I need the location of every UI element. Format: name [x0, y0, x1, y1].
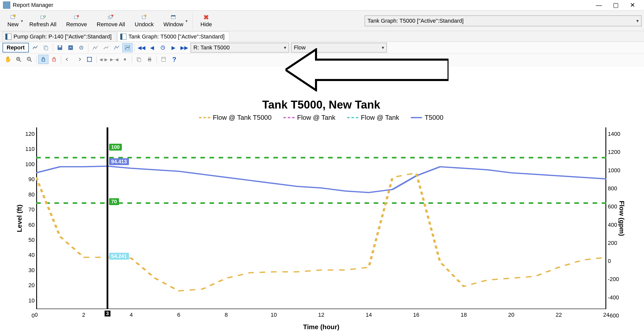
new-button[interactable]: New [3, 12, 23, 30]
y-right-tick: 400 [608, 222, 617, 228]
y-left-tick: 60 [29, 222, 35, 228]
y-left-tick: 90 [29, 176, 35, 183]
pan-icon[interactable]: ✋ [3, 55, 13, 64]
remove-button[interactable]: Remove [61, 12, 92, 30]
open-chart-icon[interactable] [65, 43, 76, 52]
zoom-out-icon[interactable] [24, 55, 34, 64]
cursor-flow-value: 54.241 [109, 253, 129, 260]
y-right-tick: 200 [608, 240, 617, 246]
help-icon[interactable]: ? [169, 55, 179, 64]
new-label: New [7, 21, 19, 28]
y-left-tick: 20 [29, 282, 35, 289]
y-left-tick: 30 [29, 267, 35, 274]
new-icon [9, 14, 17, 21]
lock-y-icon[interactable] [49, 55, 59, 64]
y-right-tick: 600 [608, 203, 617, 210]
nav-next-icon[interactable]: ▶ [168, 43, 179, 52]
refresh-icon [38, 14, 47, 21]
window-label: Window [163, 21, 183, 28]
fit-view-icon[interactable] [84, 55, 95, 64]
svg-rect-38 [162, 57, 166, 62]
chart-type-line-icon[interactable] [30, 43, 40, 52]
notes-icon[interactable] [159, 55, 169, 64]
chart-settings-icon[interactable] [76, 43, 86, 52]
nav-first-icon[interactable]: ◀◀ [136, 43, 147, 52]
tab-tank-graph[interactable]: Tank Graph: T5000 ["Active":Standard] [117, 32, 229, 42]
redo-view-icon[interactable] [74, 55, 84, 64]
svg-rect-30 [42, 59, 45, 61]
cursor-level-value: 94.413 [109, 158, 129, 165]
element-dropdown-value: R: Tank T5000 [193, 44, 230, 51]
svg-rect-17 [59, 46, 61, 47]
lock-x-icon[interactable] [38, 55, 48, 64]
legend-item-flow-tank-a[interactable]: Flow @ Tank [283, 114, 335, 122]
y-left-tick: 110 [25, 146, 35, 152]
hide-button[interactable]: ✖ Hide [195, 12, 217, 30]
copy-icon[interactable] [41, 43, 51, 52]
x-axis: 024681012141618202224 3 [36, 312, 606, 322]
property-dropdown[interactable]: Flow [291, 43, 387, 52]
element-dropdown[interactable]: R: Tank T5000 [191, 43, 289, 52]
report-button[interactable]: Report [3, 43, 29, 52]
svg-rect-34 [138, 58, 141, 62]
y-left-tick: 100 [25, 161, 35, 168]
y-axis-left-title: Level (ft) [16, 204, 23, 232]
legend-item-flow-t5000[interactable]: Flow @ Tank T5000 [199, 114, 272, 122]
copy-image-icon[interactable] [134, 55, 144, 64]
svg-rect-37 [149, 60, 150, 62]
save-chart-icon[interactable] [55, 43, 65, 52]
y-left-tick: 0 [32, 312, 35, 319]
x-tick: 10 [271, 312, 277, 318]
graph-tab-icon [120, 34, 126, 40]
y-right-tick: -200 [608, 276, 619, 283]
shrink-x-icon[interactable]: ◀··▶ [98, 55, 109, 64]
tab-pump-graph[interactable]: Pump Graph: P-140 ["Active":Standard] [3, 32, 116, 42]
y-right-tick: -400 [608, 294, 619, 301]
remove-all-label: Remove All [97, 21, 125, 28]
series-style-1-icon[interactable] [90, 43, 100, 52]
stop-icon[interactable]: ■ [120, 55, 130, 64]
graph-tab-icon [5, 34, 11, 40]
svg-line-24 [19, 60, 21, 62]
svg-rect-32 [87, 57, 92, 62]
undock-button[interactable]: Undock [130, 12, 159, 30]
minimize-button[interactable]: — [590, 0, 607, 10]
svg-rect-21 [125, 45, 130, 50]
x-tick: 6 [177, 312, 180, 318]
refresh-all-button[interactable]: Refresh All [24, 12, 61, 30]
cursor-band-lower: 70 [109, 198, 119, 205]
svg-rect-13 [171, 16, 176, 17]
x-tick: 2 [82, 312, 85, 318]
y-right-tick: 1400 [608, 131, 620, 137]
y-right-tick: 1000 [608, 167, 620, 174]
property-dropdown-value: Flow [294, 44, 306, 51]
svg-point-20 [81, 47, 82, 48]
legend-item-flow-tank-b[interactable]: Flow @ Tank [347, 114, 399, 122]
plot-canvas[interactable]: 100 94.413 70 54.241 [36, 127, 606, 309]
print-icon[interactable] [144, 55, 155, 64]
remove-all-button[interactable]: Remove All [92, 12, 130, 30]
window-button[interactable]: Window [159, 12, 188, 30]
series-style-3-icon[interactable] [112, 43, 122, 52]
nav-last-icon[interactable]: ▶▶ [179, 43, 189, 52]
y-right-tick: 800 [608, 185, 617, 192]
undo-view-icon[interactable] [63, 55, 73, 64]
hide-icon: ✖ [202, 14, 211, 21]
expand-x-icon[interactable]: ▶··◀ [109, 55, 119, 64]
svg-rect-11 [145, 15, 146, 17]
tab-pump-graph-label: Pump Graph: P-140 ["Active":Standard] [14, 33, 112, 40]
x-cursor-value: 3 [104, 311, 110, 316]
maximize-button[interactable]: ▢ [607, 0, 624, 10]
svg-rect-18 [69, 46, 73, 50]
close-button[interactable]: ✕ [624, 0, 641, 10]
x-tick: 4 [130, 312, 133, 318]
series-style-4-icon[interactable] [122, 43, 133, 52]
series-style-2-icon[interactable] [101, 43, 111, 52]
nav-time-icon[interactable] [158, 43, 168, 52]
remove-label: Remove [66, 21, 87, 28]
scenario-dropdown[interactable]: Tank Graph: T5000 ["Active":Standard] [365, 16, 641, 26]
y-axis-left: Level (ft) 0102030405060708090100110120 [11, 127, 36, 309]
nav-prev-icon[interactable]: ◀ [147, 43, 157, 52]
zoom-in-icon[interactable] [14, 55, 24, 64]
legend-item-level-t5000[interactable]: T5000 [411, 114, 443, 122]
